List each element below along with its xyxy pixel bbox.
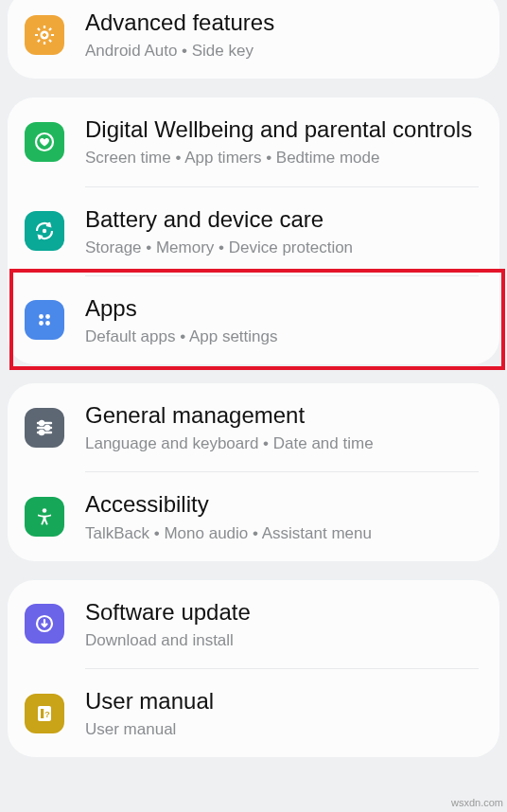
refresh-dot-icon [25, 211, 64, 251]
row-advanced-features[interactable]: Advanced features Android Auto • Side ke… [8, 0, 499, 79]
row-title: Battery and device care [85, 204, 479, 234]
row-text: User manual User manual [85, 686, 479, 740]
heart-circle-icon [25, 122, 64, 162]
settings-group: Digital Wellbeing and parental controls … [8, 97, 499, 364]
row-title: User manual [85, 686, 479, 715]
row-battery-care[interactable]: Battery and device care Storage • Memory… [8, 187, 499, 275]
row-title: Apps [85, 293, 479, 323]
row-subtitle: User manual [85, 719, 479, 740]
person-arms-icon [25, 497, 64, 537]
row-text: Software update Download and install [85, 597, 479, 651]
row-apps[interactable]: Apps Default apps • App settings [8, 276, 499, 364]
svg-point-10 [40, 421, 44, 425]
row-text: Advanced features Android Auto • Side ke… [85, 8, 479, 62]
svg-point-12 [40, 431, 44, 434]
four-dots-icon [25, 300, 64, 340]
svg-point-13 [43, 508, 47, 513]
svg-point-11 [45, 426, 49, 430]
svg-text:?: ? [44, 709, 50, 718]
row-subtitle: Download and install [85, 630, 479, 651]
row-title: General management [85, 400, 479, 430]
svg-point-2 [43, 229, 46, 233]
row-text: Accessibility TalkBack • Mono audio • As… [85, 489, 479, 543]
row-software-update[interactable]: Software update Download and install [8, 580, 499, 668]
row-general-management[interactable]: General management Language and keyboard… [8, 383, 499, 471]
download-circle-icon [25, 604, 64, 644]
settings-group: Software update Download and install ? U… [8, 580, 499, 758]
row-digital-wellbeing[interactable]: Digital Wellbeing and parental controls … [8, 97, 499, 185]
svg-rect-16 [41, 709, 44, 718]
row-subtitle: Android Auto • Side key [85, 41, 479, 62]
row-text: Battery and device care Storage • Memory… [85, 204, 479, 258]
row-text: Apps Default apps • App settings [85, 293, 479, 347]
svg-point-5 [39, 322, 44, 327]
svg-point-3 [39, 315, 44, 320]
gear-plus-icon [25, 15, 64, 55]
watermark: wsxdn.com [451, 797, 503, 808]
row-subtitle: Storage • Memory • Device protection [85, 238, 479, 258]
settings-group: General management Language and keyboard… [8, 383, 499, 561]
settings-group: Advanced features Android Auto • Side ke… [8, 0, 499, 79]
sliders-icon [25, 408, 64, 448]
row-title: Advanced features [85, 8, 479, 37]
manual-icon: ? [25, 694, 64, 733]
row-text: General management Language and keyboard… [85, 400, 479, 454]
row-subtitle: Default apps • App settings [85, 327, 479, 347]
svg-point-4 [45, 315, 50, 320]
row-title: Digital Wellbeing and parental controls [85, 115, 479, 144]
row-subtitle: Screen time • App timers • Bedtime mode [85, 148, 479, 168]
row-subtitle: TalkBack • Mono audio • Assistant menu [85, 523, 479, 544]
row-title: Accessibility [85, 489, 479, 519]
row-text: Digital Wellbeing and parental controls … [85, 115, 479, 168]
row-title: Software update [85, 597, 479, 627]
row-accessibility[interactable]: Accessibility TalkBack • Mono audio • As… [8, 472, 499, 560]
svg-point-6 [45, 322, 50, 327]
row-user-manual[interactable]: ? User manual User manual [8, 669, 499, 757]
row-subtitle: Language and keyboard • Date and time [85, 433, 479, 454]
